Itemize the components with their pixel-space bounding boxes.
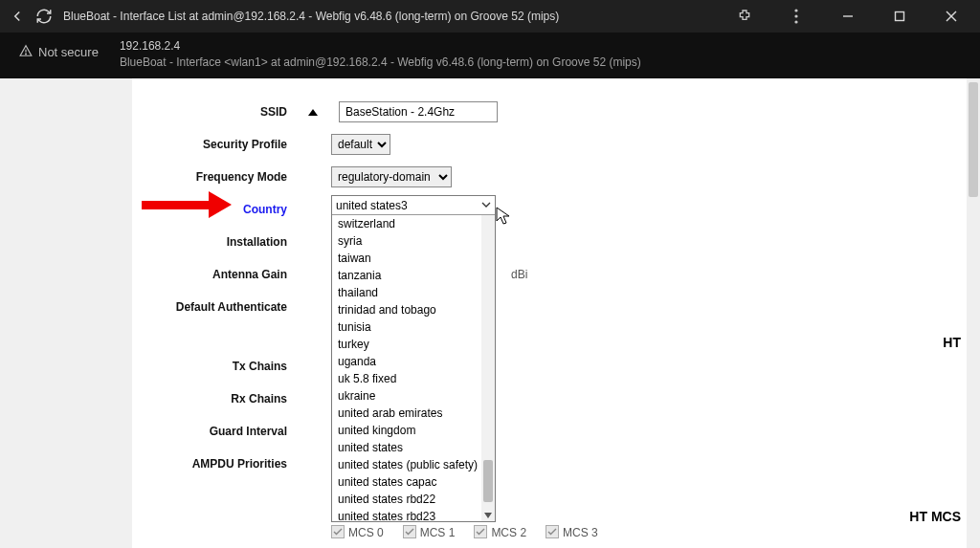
frequency-mode-select[interactable]: regulatory-domain (331, 166, 452, 187)
maximize-button[interactable] (882, 3, 917, 30)
country-option[interactable]: turkey (332, 336, 495, 353)
close-button[interactable] (934, 3, 969, 30)
svg-point-1 (794, 14, 797, 17)
country-dropdown-list[interactable]: switzerlandsyriataiwantanzaniathailandtr… (332, 215, 495, 521)
mcs3-checkbox[interactable] (546, 525, 559, 538)
country-option[interactable]: united states (332, 439, 495, 456)
country-option[interactable]: tunisia (332, 318, 495, 336)
ssid-label: SSID (132, 105, 295, 119)
country-option[interactable]: syria (332, 232, 495, 250)
mcs1-checkbox[interactable] (403, 525, 416, 538)
country-option[interactable]: uk 5.8 fixed (332, 370, 495, 387)
page-scrollbar-thumb[interactable] (969, 82, 978, 197)
country-option[interactable]: taiwan (332, 250, 495, 267)
page-scrollbar[interactable] (967, 78, 980, 548)
antenna-gain-unit: dBi (511, 268, 527, 281)
not-secure-label: Not secure (38, 45, 99, 59)
left-sidebar-placeholder (0, 78, 132, 548)
refresh-button[interactable] (31, 3, 57, 30)
country-selected-text: united states3 (336, 199, 408, 212)
rx-chains-label: Rx Chains (132, 392, 295, 406)
country-option[interactable]: united arab emirates (332, 405, 495, 422)
address-bar: Not secure 192.168.2.4 BlueBoat - Interf… (0, 33, 980, 78)
url-host: 192.168.2.4 (120, 38, 641, 55)
svg-point-2 (794, 20, 797, 23)
svg-point-8 (26, 54, 27, 55)
country-dropdown-selected[interactable]: united states3 (332, 196, 495, 215)
chevron-down-icon[interactable] (484, 513, 492, 518)
collapse-toggle-icon[interactable] (308, 109, 318, 116)
default-authenticate-label: Default Authenticate (132, 300, 295, 314)
country-option[interactable]: thailand (332, 284, 495, 301)
chevron-down-icon (481, 199, 491, 212)
annotation-arrow (142, 191, 232, 218)
mcs2-label: MCS 2 (491, 526, 526, 539)
antenna-gain-label: Antenna Gain (132, 268, 295, 281)
back-button[interactable] (4, 3, 31, 30)
row-security-profile: Security Profile default (132, 128, 974, 161)
ht-mcs-section-label: HT MCS (909, 509, 961, 524)
row-country: Country (132, 193, 974, 226)
ht-section-label: HT (943, 335, 961, 350)
mcs0-checkbox[interactable] (331, 525, 345, 538)
window-titlebar: BlueBoat - Interface List at admin@192.1… (0, 0, 980, 33)
country-dropdown[interactable]: united states3 switzerlandsyriataiwantan… (331, 195, 496, 522)
mcs3-label: MCS 3 (563, 526, 598, 539)
ampdu-priorities-label: AMPDU Priorities (132, 457, 295, 471)
row-ssid: SSID (132, 96, 974, 128)
country-option[interactable]: united states capac (332, 473, 495, 491)
mcs-row: MCS 0 MCS 1 MCS 2 MCS 3 (331, 525, 598, 539)
country-option[interactable]: united states rbd22 (332, 491, 495, 508)
svg-rect-4 (896, 12, 904, 21)
installation-label: Installation (132, 235, 295, 249)
security-profile-select[interactable]: default (331, 134, 390, 155)
country-option[interactable]: uganda (332, 353, 495, 370)
country-option[interactable]: trinidad and tobago (332, 301, 495, 318)
row-installation: Installation (132, 226, 974, 258)
more-menu-icon[interactable] (779, 3, 813, 30)
row-guard-interval: Guard Interval (132, 415, 974, 448)
security-profile-label: Security Profile (132, 138, 295, 151)
country-option[interactable]: united states rbd23 (332, 508, 495, 521)
country-option[interactable]: ukraine (332, 387, 495, 405)
mcs1-label: MCS 1 (420, 526, 456, 539)
mcs2-checkbox[interactable] (474, 525, 487, 538)
extensions-icon[interactable] (727, 3, 762, 30)
guard-interval-label: Guard Interval (132, 425, 295, 438)
frequency-mode-label: Frequency Mode (132, 170, 295, 184)
dropdown-scrollbar-thumb[interactable] (483, 460, 493, 502)
not-secure-indicator[interactable]: Not secure (19, 38, 99, 60)
mcs0-label: MCS 0 (348, 526, 384, 539)
country-option[interactable]: tanzania (332, 267, 495, 284)
mouse-cursor-icon (496, 207, 511, 230)
page-subtitle: BlueBoat - Interface <wlan1> at admin@19… (120, 55, 641, 71)
minimize-button[interactable] (831, 3, 865, 30)
row-ampdu-priorities: AMPDU Priorities (132, 448, 974, 480)
country-option[interactable]: united states (public safety) (332, 456, 495, 473)
row-frequency-mode: Frequency Mode regulatory-domain (132, 161, 974, 193)
row-default-authenticate: Default Authenticate (132, 291, 974, 323)
row-antenna-gain: Antenna Gain dBi (132, 258, 974, 291)
window-title: BlueBoat - Interface List at admin@192.1… (57, 10, 727, 23)
country-option[interactable]: united kingdom (332, 422, 495, 439)
dropdown-scrollbar[interactable] (481, 215, 495, 521)
row-tx-chains: Tx Chains (132, 350, 974, 383)
row-rx-chains: Rx Chains (132, 383, 974, 415)
ssid-input[interactable] (339, 101, 498, 122)
svg-point-0 (794, 9, 797, 11)
country-option[interactable]: switzerland (332, 215, 495, 232)
warning-icon (19, 44, 33, 60)
titlebar-right-controls (727, 3, 976, 30)
tx-chains-label: Tx Chains (132, 360, 295, 373)
form-scrollarea: SSID Security Profile default Frequency … (132, 78, 974, 548)
